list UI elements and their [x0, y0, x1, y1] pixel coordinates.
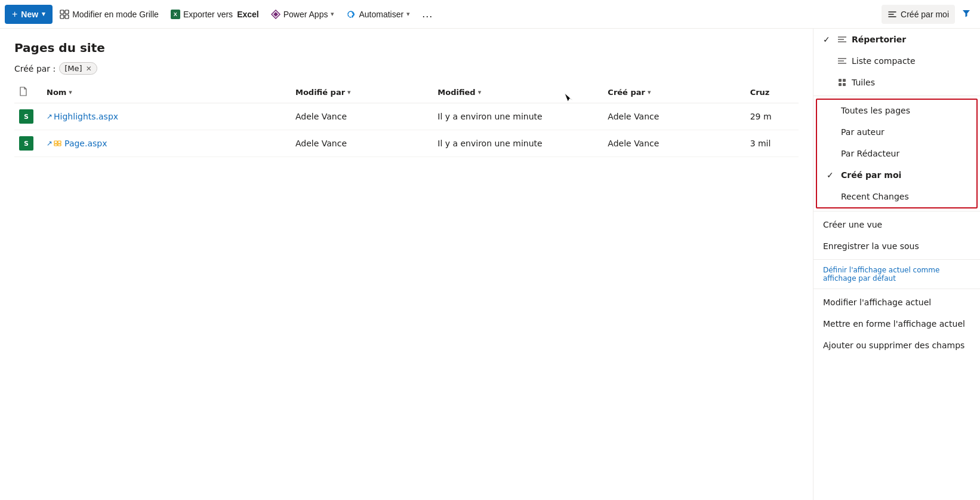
- col-header-crz[interactable]: Cruz: [745, 82, 799, 103]
- check-mark-icon: ✓: [827, 170, 836, 180]
- expand-icon: ↗: [47, 112, 53, 121]
- svg-rect-22: [843, 83, 846, 86]
- action-label: Ajouter ou supprimer des champs: [823, 341, 964, 350]
- view-option-label: Répertorier: [852, 35, 906, 44]
- svg-rect-10: [58, 141, 61, 143]
- action-label: Mettre en forme l'affichage actuel: [823, 319, 965, 329]
- action-creer_vue[interactable]: Créer une vue: [813, 214, 980, 235]
- view-option-liste_compacte[interactable]: Liste compacte: [813, 50, 980, 72]
- row-modified-cell: Il y a environ une minute: [433, 130, 603, 157]
- exporter-label: Exporter vers: [183, 10, 233, 19]
- view-item-par_auteur[interactable]: Par auteur: [817, 121, 976, 143]
- col-nom-label: Nom: [47, 88, 66, 97]
- powerapps-button[interactable]: Power Apps ▾: [266, 5, 340, 24]
- col-modifie-par-label: Modifié par: [295, 88, 345, 97]
- sharepoint-s-icon: S: [19, 136, 33, 151]
- view-option-label: Liste compacte: [852, 56, 916, 66]
- action-label: Définir l'affichage actuel comme afficha…: [823, 266, 970, 283]
- row-filename: Page.aspx: [64, 139, 107, 148]
- action-enregistrer_vue[interactable]: Enregistrer la vue sous: [813, 235, 980, 257]
- main-container: Pages du site Créé par : [Me] ✕: [0, 29, 980, 500]
- col-header-icon: [14, 82, 42, 103]
- action-definir_defaut[interactable]: Définir l'affichage actuel comme afficha…: [813, 262, 980, 286]
- check-mark-icon: ✓: [823, 35, 833, 44]
- svg-rect-19: [839, 79, 842, 82]
- automatiser-button[interactable]: Automatiser ▾: [341, 5, 415, 24]
- row-modified-cell: Il y a environ une minute: [433, 103, 603, 130]
- svg-rect-3: [65, 15, 69, 19]
- divider-after-defaut: [813, 289, 980, 289]
- svg-rect-9: [54, 141, 57, 143]
- view-item-recent_changes[interactable]: Recent Changes: [817, 186, 976, 207]
- view-item-par_redacteur[interactable]: Par Rédacteur: [817, 143, 976, 164]
- view-item-label: Créé par moi: [841, 170, 901, 180]
- more-button[interactable]: ...: [417, 5, 437, 24]
- excel-icon: X: [171, 10, 180, 19]
- table-header-row: Nom ▾ Modifié par ▾ Modi: [14, 82, 799, 103]
- view-option-repertorier[interactable]: ✓ Répertorier: [813, 29, 980, 50]
- filter-chip-close-icon[interactable]: ✕: [86, 65, 92, 73]
- row-file-type-icon-cell: S: [14, 103, 42, 130]
- view-selector-button[interactable]: Créé par moi: [882, 5, 955, 24]
- row-extra-icon: [54, 139, 62, 148]
- view-item-cree_par_moi[interactable]: ✓Créé par moi: [817, 164, 976, 186]
- col-header-cree-par[interactable]: Créé par ▾: [603, 82, 745, 103]
- views-group-bordered: Toutes les pagesPar auteurPar Rédacteur✓…: [816, 99, 978, 208]
- exporter-excel-button[interactable]: X Exporter vers Excel: [166, 5, 264, 24]
- view-item-toutes_pages[interactable]: Toutes les pages: [817, 100, 976, 121]
- automatiser-icon: [346, 10, 356, 19]
- col-header-modifie-par[interactable]: Modifié par ▾: [291, 82, 433, 103]
- svg-rect-21: [839, 83, 842, 86]
- views-group-container: Toutes les pagesPar auteurPar Rédacteur✓…: [817, 100, 976, 207]
- grid-view-icon: [837, 78, 847, 87]
- actions-container: Créer une vueEnregistrer la vue sousDéfi…: [813, 214, 980, 356]
- plus-icon: +: [12, 9, 17, 20]
- table-body: S↗Highlights.aspxAdele VanceIl y a envir…: [14, 103, 799, 157]
- lines-view-icon: [837, 56, 847, 66]
- row-name-link[interactable]: ↗Highlights.aspx: [47, 112, 286, 121]
- powerapps-chevron-icon: ▾: [331, 10, 334, 18]
- new-button[interactable]: + New ▾: [5, 5, 53, 24]
- svg-rect-1: [65, 10, 69, 14]
- view-selector-lines-icon: [887, 10, 897, 19]
- col-header-nom[interactable]: Nom ▾: [42, 82, 291, 103]
- view-item-label: Par Rédacteur: [841, 149, 899, 158]
- col-header-modified[interactable]: Modified ▾: [433, 82, 603, 103]
- view-item-label: Par auteur: [841, 127, 885, 137]
- svg-rect-2: [60, 15, 64, 19]
- filter-label: Créé par :: [14, 64, 56, 73]
- lines-view-icon: [837, 35, 847, 44]
- action-ajouter_supprimer[interactable]: Ajouter ou supprimer des champs: [813, 335, 980, 356]
- divider-mid: [813, 259, 980, 260]
- powerapps-label: Power Apps: [283, 10, 328, 19]
- view-selector-label: Créé par moi: [901, 10, 949, 19]
- filter-chip[interactable]: [Me] ✕: [59, 62, 97, 75]
- view-option-label: Tuiles: [852, 78, 875, 87]
- action-label: Créer une vue: [823, 220, 882, 229]
- toolbar: + New ▾ Modifier en mode Grille X Export…: [0, 0, 980, 29]
- row-crz-cell: 3 mil: [745, 130, 799, 157]
- divider-views: [813, 96, 980, 96]
- row-name-cell: ↗ Page.aspx: [42, 130, 291, 157]
- row-name-link[interactable]: ↗ Page.aspx: [47, 139, 286, 148]
- modifier-grille-button[interactable]: Modifier en mode Grille: [55, 5, 164, 24]
- table-container: Nom ▾ Modifié par ▾ Modi: [0, 82, 813, 157]
- svg-rect-20: [843, 79, 846, 82]
- more-dots-label: ...: [422, 8, 433, 20]
- view-option-tuiles[interactable]: Tuiles: [813, 72, 980, 93]
- filter-button[interactable]: [957, 5, 975, 24]
- automatiser-chevron-icon: ▾: [406, 10, 410, 18]
- action-mettre_forme[interactable]: Mettre en forme l'affichage actuel: [813, 313, 980, 335]
- row-crz-cell: 29 m: [745, 103, 799, 130]
- table-row[interactable]: S↗Highlights.aspxAdele VanceIl y a envir…: [14, 103, 799, 130]
- action-modifier_affichage[interactable]: Modifier l'affichage actuel: [813, 292, 980, 313]
- col-cree-par-label: Créé par: [608, 88, 645, 97]
- col-crz-label: Cruz: [750, 88, 770, 97]
- col-nom-sort-icon: ▾: [69, 88, 72, 96]
- table-row[interactable]: S↗ Page.aspxAdele VanceIl y a environ un…: [14, 130, 799, 157]
- grid-icon: [60, 10, 69, 19]
- expand-icon: ↗: [47, 139, 53, 148]
- powerapps-icon: [271, 10, 281, 19]
- svg-marker-5: [273, 12, 278, 17]
- excel-label: Excel: [237, 10, 259, 19]
